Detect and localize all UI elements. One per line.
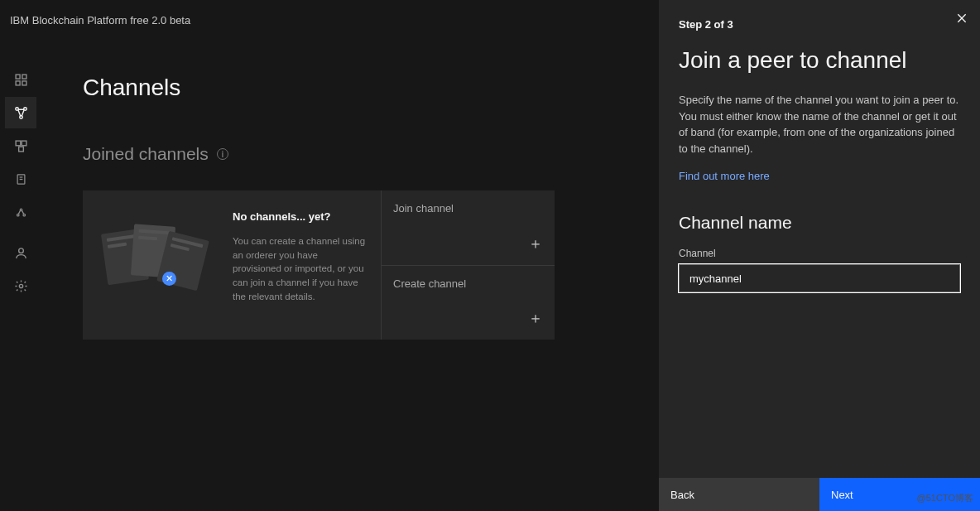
create-channel-label: Create channel <box>393 277 543 290</box>
sidebar-user[interactable] <box>5 237 36 268</box>
watermark: @51CTO博客 <box>917 492 973 504</box>
svg-rect-3 <box>22 80 26 84</box>
close-icon <box>955 12 968 25</box>
empty-state-card: ✕ No channels... yet? You can create a c… <box>83 190 381 340</box>
gear-icon <box>14 279 28 293</box>
action-cards: Join channel ＋ Create channel ＋ <box>381 190 555 340</box>
join-channel-label: Join channel <box>393 202 543 215</box>
sidebar-settings[interactable] <box>5 270 36 301</box>
svg-point-16 <box>18 248 23 253</box>
user-icon <box>14 246 28 260</box>
svg-point-13 <box>20 209 22 211</box>
plus-icon: ＋ <box>528 234 543 253</box>
sidebar-nav <box>5 64 36 301</box>
org-icon <box>15 206 27 219</box>
sidebar-wallet[interactable] <box>5 196 36 228</box>
join-channel-card[interactable]: Join channel ＋ <box>381 190 555 265</box>
channel-field-label: Channel <box>679 248 960 259</box>
panel-header: Step 2 of 3 Join a peer to channel <box>659 0 980 92</box>
svg-rect-7 <box>16 141 21 146</box>
back-button[interactable]: Back <box>659 478 819 511</box>
svg-point-5 <box>23 107 26 110</box>
svg-point-14 <box>17 214 19 216</box>
info-icon[interactable]: i <box>217 148 228 160</box>
document-icon <box>15 173 27 186</box>
svg-rect-0 <box>16 75 20 79</box>
create-channel-card[interactable]: Create channel ＋ <box>381 265 555 340</box>
sidebar-smart-contracts[interactable] <box>5 163 36 195</box>
panel-description: Specify the name of the channel you want… <box>679 92 960 157</box>
sidebar-dashboard[interactable] <box>5 64 36 95</box>
step-indicator: Step 2 of 3 <box>679 18 960 31</box>
svg-rect-2 <box>16 80 20 84</box>
close-button[interactable] <box>952 8 972 28</box>
sidebar-nodes[interactable] <box>5 97 36 128</box>
side-panel: Step 2 of 3 Join a peer to channel Speci… <box>659 0 980 511</box>
svg-point-17 <box>19 284 22 287</box>
panel-body: Specify the name of the channel you want… <box>659 92 980 478</box>
svg-point-15 <box>23 214 26 216</box>
panel-title: Join a peer to channel <box>679 47 960 74</box>
nodes-icon <box>14 106 28 120</box>
sidebar-divider <box>5 229 36 235</box>
empty-state-text: No channels... yet? You can create a cha… <box>233 210 366 320</box>
svg-rect-9 <box>18 147 23 152</box>
svg-rect-8 <box>22 141 26 146</box>
grid-icon <box>14 73 28 87</box>
channel-name-input[interactable] <box>679 264 960 292</box>
section-title: Joined channels <box>83 144 209 164</box>
svg-rect-1 <box>22 75 26 79</box>
panel-subtitle: Channel name <box>679 213 960 233</box>
channels-illustration: ✕ <box>98 220 218 303</box>
find-out-more-link[interactable]: Find out more here <box>679 170 770 182</box>
empty-state-title: No channels... yet? <box>233 210 366 223</box>
plus-icon: ＋ <box>528 308 543 328</box>
app-title: IBM Blockchain Platform free 2.0 beta <box>10 14 190 27</box>
sidebar-channels[interactable] <box>5 130 36 161</box>
svg-point-4 <box>15 107 18 110</box>
close-badge-icon: ✕ <box>162 272 176 286</box>
blocks-icon <box>14 139 28 153</box>
empty-state-desc: You can create a channel using an ordere… <box>233 234 366 303</box>
